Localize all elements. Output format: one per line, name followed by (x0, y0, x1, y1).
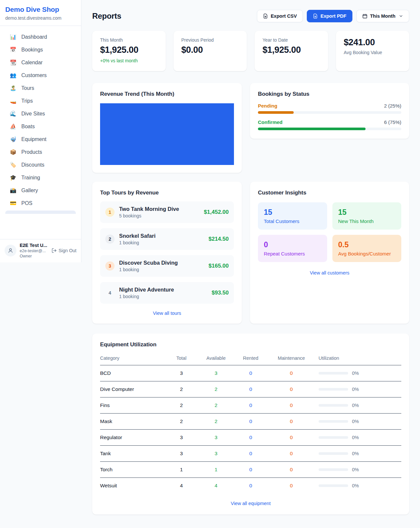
revenue-trend-chart (100, 103, 234, 165)
export-csv-label: Export CSV (271, 13, 297, 19)
file-download-icon (313, 13, 318, 19)
bookings-by-status-title: Bookings by Status (258, 91, 401, 97)
table-row: BCD 3 3 0 0 0% (100, 365, 401, 381)
dive-sites-icon: 🌊 (10, 111, 16, 117)
insights-row: Top Tours by Revenue 1 Two Tank Morning … (92, 182, 409, 324)
rank-badge: 4 (105, 288, 115, 297)
sidebar-item-pos[interactable]: 💳 POS (3, 197, 78, 210)
sidebar-item-reports-partial[interactable] (5, 211, 76, 214)
tour-row[interactable]: 2 Snorkel Safari 1 booking $214.50 (100, 228, 234, 250)
column-category: Category (100, 353, 163, 365)
user-name: E2E Test U... (20, 243, 48, 248)
tile-repeat-customers: 0 Repeat Customers (258, 235, 327, 262)
trips-icon: 🚤 (10, 98, 16, 104)
sidebar-item-boats[interactable]: ⛵ Boats (3, 120, 78, 133)
bookings-by-status-card: Bookings by Status Pending 2 (25%) Confi… (250, 83, 409, 139)
user-footer: E2E Test U... e2e-tester@... Owner Sign … (0, 239, 81, 262)
tour-name: Discover Scuba Diving (119, 260, 204, 266)
export-csv-button[interactable]: Export CSV (257, 10, 303, 22)
tour-name: Two Tank Morning Dive (119, 206, 199, 212)
tour-row[interactable]: 1 Two Tank Morning Dive 5 bookings $1,45… (100, 201, 234, 223)
sidebar-item-label: Trips (21, 98, 33, 104)
sidebar-item-dive-sites[interactable]: 🌊 Dive Sites (3, 107, 78, 120)
status-row-pending: Pending 2 (25%) (258, 103, 401, 114)
tour-revenue: $214.50 (209, 236, 229, 242)
utilization-bar (319, 436, 348, 439)
logout-icon (52, 248, 57, 253)
sidebar-item-label: Bookings (21, 47, 43, 53)
table-row: Wetsuit 4 4 0 0 0% (100, 478, 401, 494)
column-utilization: Utilization (314, 353, 401, 365)
sign-out-button[interactable]: Sign Out (52, 248, 76, 253)
utilization-bar (319, 452, 348, 455)
sidebar-item-equipment[interactable]: 🤿 Equipment (3, 133, 78, 146)
sidebar-item-dashboard[interactable]: 📊 Dashboard (3, 30, 78, 43)
status-row-confirmed: Confirmed 6 (75%) (258, 119, 401, 130)
sidebar: Demo Dive Shop demo.test.divestreams.com… (0, 0, 81, 262)
sidebar-item-label: Products (21, 149, 42, 155)
stat-value: $241.00 (344, 37, 402, 48)
sidebar-item-calendar[interactable]: 📆 Calendar (3, 56, 78, 69)
page-header: Reports Export CSV Export PDF This Month (92, 10, 409, 22)
utilization-percent: 0% (352, 483, 359, 488)
progress-track (258, 128, 401, 130)
dashboard-icon: 📊 (10, 34, 16, 40)
utilization-bar (319, 420, 348, 423)
tour-row[interactable]: 4 Night Dive Adventure 1 booking $93.50 (100, 282, 234, 304)
tour-name: Snorkel Safari (119, 233, 204, 239)
view-all-customers-link[interactable]: View all customers (258, 270, 401, 275)
stat-label: Avg Booking Value (344, 50, 402, 55)
utilization-bar (319, 404, 348, 407)
sidebar-item-trips[interactable]: 🚤 Trips (3, 94, 78, 107)
tile-total-customers: 15 Total Customers (258, 202, 327, 230)
sidebar-item-label: Dive Sites (21, 111, 45, 117)
stat-card-year-to-date: Year to Date $1,925.00 (255, 31, 328, 71)
sidebar-item-products[interactable]: 📦 Products (3, 146, 78, 158)
column-rented: Rented (233, 353, 269, 365)
stat-value: $1,925.00 (262, 45, 320, 55)
charts-row: Revenue Trend (This Month) Bookings by S… (92, 83, 409, 173)
calendar-icon (362, 13, 368, 19)
tile-label: Total Customers (264, 218, 321, 224)
sidebar-item-label: Equipment (21, 136, 47, 142)
tour-revenue: $1,452.00 (204, 209, 229, 215)
sidebar-item-discounts[interactable]: 🏷️ Discounts (3, 158, 78, 171)
export-pdf-button[interactable]: Export PDF (307, 10, 352, 22)
tour-row[interactable]: 3 Discover Scuba Diving 1 booking $165.0… (100, 255, 234, 277)
shop-name: Demo Dive Shop (5, 6, 76, 13)
stat-label: This Month (100, 37, 158, 43)
sidebar-item-tours[interactable]: 🏝️ Tours (3, 82, 78, 94)
sidebar-item-customers[interactable]: 👥 Customers (3, 69, 78, 82)
tile-label: Avg Bookings/Customer (338, 251, 396, 256)
rank-badge: 3 (105, 261, 115, 271)
customer-insights-title: Customer Insights (258, 190, 401, 196)
revenue-trend-title: Revenue Trend (This Month) (100, 91, 234, 97)
table-row: Dive Computer 2 2 0 0 0% (100, 381, 401, 397)
view-all-equipment-link[interactable]: View all equipment (100, 501, 401, 506)
tile-avg-bookings-customer: 0.5 Avg Bookings/Customer (332, 235, 402, 262)
period-selector[interactable]: This Month (356, 10, 409, 22)
equipment-utilization-title: Equipment Utilization (100, 341, 401, 348)
view-all-tours-link[interactable]: View all tours (100, 311, 234, 316)
tile-value: 15 (338, 208, 396, 217)
tour-revenue: $93.50 (212, 290, 229, 296)
equipment-icon: 🤿 (10, 136, 16, 142)
tour-bookings: 1 booking (119, 240, 204, 245)
stat-card-this-month: This Month $1,925.00 +0% vs last month (92, 31, 166, 71)
table-row: Mask 2 2 0 0 0% (100, 414, 401, 430)
tour-bookings: 1 booking (119, 267, 204, 272)
sidebar-item-bookings[interactable]: 📅 Bookings (3, 43, 78, 56)
sidebar-item-label: POS (21, 200, 32, 206)
page-title: Reports (92, 11, 121, 21)
sidebar-item-gallery[interactable]: 📸 Gallery (3, 184, 78, 197)
main-content: Reports Export CSV Export PDF This Month… (81, 0, 420, 528)
status-label: Confirmed (258, 119, 283, 125)
gallery-icon: 📸 (10, 187, 16, 193)
sidebar-item-training[interactable]: 🎓 Training (3, 171, 78, 184)
tile-label: New This Month (338, 218, 396, 224)
file-download-icon (263, 13, 268, 19)
boats-icon: ⛵ (10, 123, 16, 130)
avatar (5, 245, 16, 256)
customer-insights-card: Customer Insights 15 Total Customers 15 … (250, 182, 409, 324)
stat-label: Previous Period (181, 37, 239, 43)
